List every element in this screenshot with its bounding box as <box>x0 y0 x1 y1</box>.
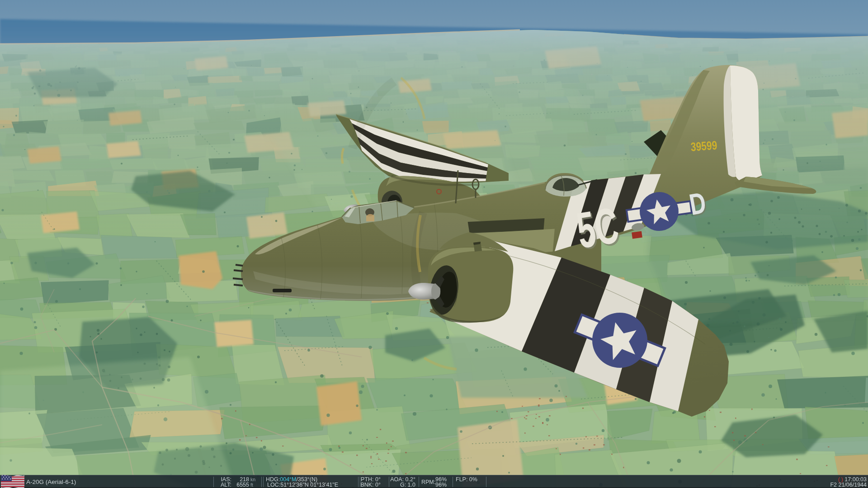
svg-text:39599: 39599 <box>690 138 718 154</box>
